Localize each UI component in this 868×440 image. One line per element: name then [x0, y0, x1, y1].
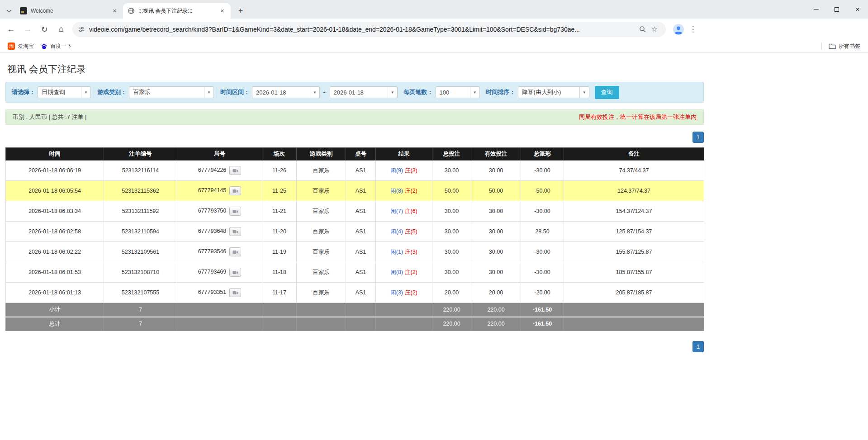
cell-game-type: 百家乐	[297, 242, 346, 262]
bookmark-baidu[interactable]: 百度一下	[37, 41, 75, 51]
video-camera-icon	[232, 290, 238, 295]
cell-total-bet[interactable]: 30.00	[432, 262, 471, 283]
column-header: 场次	[262, 148, 297, 161]
round-video-button[interactable]	[229, 207, 241, 216]
cell-payout: 28.50	[521, 222, 564, 242]
profile-avatar[interactable]	[672, 23, 685, 36]
page-title: 视讯 会员下注纪录	[5, 53, 704, 82]
cell-bet-number: 523132111592	[104, 201, 177, 222]
tab-title: :::视讯 会员下注纪录:::	[138, 7, 215, 15]
select-arrow-icon: ▼	[388, 87, 397, 98]
round-number-text: 677793351	[198, 289, 227, 295]
game-type-select[interactable]: 百家乐 ▼	[129, 86, 214, 98]
page-size-select[interactable]: 100 ▼	[436, 86, 480, 98]
folder-icon	[829, 43, 836, 50]
close-button[interactable]: ✕	[847, 0, 868, 19]
window-controls: ✕	[806, 0, 868, 19]
footer-cell: 220.00	[432, 317, 471, 331]
cell-time: 2026-01-18 06:03:34	[6, 201, 104, 222]
cell-round-number: 677794145	[177, 181, 262, 201]
tab-close-icon[interactable]: ✕	[111, 7, 119, 15]
cell-total-bet[interactable]: 30.00	[432, 201, 471, 222]
url-text[interactable]: videoie.com/game/betrecord_search/kind3?…	[89, 26, 637, 33]
cell-valid-bet: 30.00	[471, 161, 521, 181]
cell-remark: 124.37/74.37	[564, 181, 704, 201]
cell-round-number: 677793351	[177, 283, 262, 303]
tab-close-icon[interactable]: ✕	[218, 7, 226, 15]
cell-table-number: AS1	[346, 161, 376, 181]
round-video-button[interactable]	[229, 247, 241, 256]
date-start-select[interactable]: 2026-01-18 ▼	[252, 86, 320, 98]
table-header-row: 时间注单编号局号场次游戏类别桌号结果总投注有效投注总派彩备注	[6, 148, 704, 161]
date-end-select[interactable]: 2026-01-18 ▼	[330, 86, 398, 98]
cell-valid-bet: 30.00	[471, 262, 521, 283]
query-button[interactable]: 查询	[595, 86, 619, 99]
tab-welcome[interactable]: Welcome ✕	[15, 3, 123, 19]
refresh-button[interactable]: ↻	[37, 22, 52, 37]
cell-result: 闲(4)庄(5)	[376, 222, 432, 242]
round-video-button[interactable]	[229, 227, 241, 236]
cell-table-number: AS1	[346, 283, 376, 303]
menu-kebab-icon[interactable]: ⋮	[687, 22, 699, 37]
cell-valid-bet: 20.00	[471, 283, 521, 303]
cell-bet-number: 523132108710	[104, 262, 177, 283]
subtotal-row: 小计7220.00220.00-161.50	[6, 303, 704, 317]
cell-payout: -30.00	[521, 262, 564, 283]
round-video-button[interactable]	[229, 288, 241, 297]
column-header: 备注	[564, 148, 704, 161]
maximize-button[interactable]	[826, 0, 847, 19]
page-1-button[interactable]: 1	[693, 341, 704, 352]
minimize-button[interactable]	[806, 0, 826, 19]
video-camera-icon	[232, 250, 238, 255]
video-camera-icon	[232, 270, 238, 275]
result-banker: 庄(2)	[405, 289, 417, 296]
footer-empty-cell	[177, 303, 262, 317]
tab-betrecord[interactable]: :::视讯 会员下注纪录::: ✕	[123, 3, 231, 19]
video-camera-icon	[232, 229, 238, 234]
cell-time: 2026-01-18 06:01:53	[6, 262, 104, 283]
cell-total-bet[interactable]: 50.00	[432, 181, 471, 201]
site-info-icon[interactable]	[78, 26, 85, 33]
select-arrow-icon: ▼	[81, 87, 90, 98]
new-tab-button[interactable]: +	[234, 5, 247, 17]
cell-round-number: 677794226	[177, 161, 262, 181]
cell-total-bet[interactable]: 30.00	[432, 242, 471, 262]
cell-game-type: 百家乐	[297, 222, 346, 242]
result-player: 闲(8)	[390, 188, 403, 194]
maximize-icon	[835, 7, 839, 12]
back-button[interactable]: ←	[3, 22, 19, 37]
forward-button[interactable]: →	[20, 22, 35, 37]
cell-total-bet[interactable]: 30.00	[432, 161, 471, 181]
cell-valid-bet: 30.00	[471, 242, 521, 262]
cell-valid-bet: 50.00	[471, 181, 521, 201]
taobao-icon: 淘	[8, 43, 15, 50]
cell-result: 闲(3)庄(2)	[376, 283, 432, 303]
footer-cell: 7	[104, 317, 177, 331]
result-banker: 庄(2)	[405, 188, 417, 194]
round-video-button[interactable]	[229, 166, 241, 175]
round-number-text: 677794226	[198, 167, 227, 173]
page-1-button[interactable]: 1	[693, 132, 704, 143]
cell-result: 闲(8)庄(2)	[376, 262, 432, 283]
column-header: 总派彩	[521, 148, 564, 161]
round-number-text: 677793750	[198, 208, 227, 214]
cell-total-bet[interactable]: 20.00	[432, 283, 471, 303]
address-bar[interactable]: videoie.com/game/betrecord_search/kind3?…	[72, 22, 666, 37]
round-video-button[interactable]	[229, 186, 241, 195]
bookmark-taobao[interactable]: 淘 爱淘宝	[5, 41, 37, 51]
time-sort-select[interactable]: 降幂(由大到小) ▼	[518, 86, 589, 98]
filter-label-pagesize: 每页笔数：	[404, 88, 433, 96]
zoom-icon[interactable]	[637, 24, 649, 35]
tab-search-button[interactable]	[3, 3, 15, 19]
round-video-button[interactable]	[229, 268, 241, 277]
cell-total-bet[interactable]: 30.00	[432, 222, 471, 242]
baidu-paw-icon	[40, 43, 47, 50]
bookmark-star-icon[interactable]: ☆	[649, 24, 660, 35]
bookmarks-divider	[821, 43, 822, 50]
cell-game-type: 百家乐	[297, 283, 346, 303]
result-banker: 庄(3)	[405, 249, 417, 255]
home-button[interactable]: ⌂	[53, 22, 69, 37]
query-type-select[interactable]: 日期查询 ▼	[38, 86, 91, 98]
bet-record-row: 2026-01-18 06:03:34 523132111592 6777937…	[6, 201, 704, 222]
all-bookmarks-button[interactable]: 所有书签	[825, 41, 863, 51]
